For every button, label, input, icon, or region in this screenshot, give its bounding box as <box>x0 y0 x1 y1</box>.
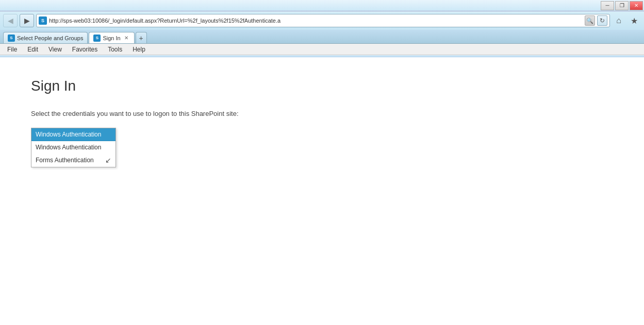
auth-dropdown[interactable]: Windows Authentication Windows Authentic… <box>31 128 116 167</box>
forward-icon: ▶ <box>24 16 30 25</box>
nav-right: ⌂ ★ <box>612 14 641 27</box>
close-button[interactable]: ✕ <box>630 1 643 10</box>
browser-favicon: S <box>39 16 47 25</box>
page-title: Sign In <box>31 78 613 94</box>
back-icon: ◀ <box>8 16 13 25</box>
nav-bar: ◀ ▶ S http://sps-web03:10086/_login/defa… <box>0 11 644 30</box>
tabs-bar: S Select People and Groups S Sign In ✕ + <box>0 30 644 43</box>
address-search-button[interactable]: 🔍 <box>585 15 595 26</box>
refresh-icon: ↻ <box>600 17 605 24</box>
auth-option-windows-label: Windows Authentication <box>36 144 101 151</box>
back-button[interactable]: ◀ <box>3 14 18 27</box>
refresh-button[interactable]: ↻ <box>597 15 607 26</box>
auth-dropdown-container: Windows Authentication Windows Authentic… <box>31 128 116 167</box>
auth-option-forms-label: Forms Authentication <box>36 157 94 164</box>
favorites-icon: ★ <box>631 16 638 26</box>
sign-in-instruction: Select the credentials you want to use t… <box>31 110 613 117</box>
auth-option-forms[interactable]: Forms Authentication ↙ <box>31 153 115 167</box>
tab-favicon-1: S <box>8 35 15 42</box>
forward-button[interactable]: ▶ <box>20 14 34 27</box>
auth-option-windows[interactable]: Windows Authentication <box>31 141 115 153</box>
address-bar[interactable]: S http://sps-web03:10086/_login/default.… <box>36 14 610 27</box>
favorites-button[interactable]: ★ <box>628 14 641 27</box>
menu-help[interactable]: Help <box>128 45 150 54</box>
cursor-indicator: ↙ <box>105 156 111 164</box>
search-icon: 🔍 <box>586 18 593 24</box>
tab-sign-in[interactable]: S Sign In ✕ <box>89 32 134 43</box>
main-content: Sign In Select the credentials you want … <box>0 57 644 315</box>
address-text: http://sps-web03:10086/_login/default.as… <box>49 18 583 24</box>
tab-label-1: Select People and Groups <box>17 35 83 41</box>
home-button[interactable]: ⌂ <box>612 14 625 27</box>
new-tab-button[interactable]: + <box>136 32 147 43</box>
restore-button[interactable]: ❐ <box>615 1 629 10</box>
menu-view[interactable]: View <box>44 45 66 54</box>
title-bar-controls: ─ ❐ ✕ <box>601 1 643 10</box>
home-icon: ⌂ <box>616 16 621 25</box>
tab-favicon-2: S <box>93 35 101 42</box>
menu-edit[interactable]: Edit <box>23 45 42 54</box>
browser-chrome: ◀ ▶ S http://sps-web03:10086/_login/defa… <box>0 11 644 44</box>
tab-close-button[interactable]: ✕ <box>123 35 130 42</box>
menu-favorites[interactable]: Favorites <box>68 45 102 54</box>
auth-dropdown-selected[interactable]: Windows Authentication <box>31 128 115 141</box>
minimize-button[interactable]: ─ <box>601 1 614 10</box>
title-bar: ─ ❐ ✕ <box>0 0 644 11</box>
tab-select-people[interactable]: S Select People and Groups <box>3 32 88 43</box>
menu-file[interactable]: File <box>3 45 21 54</box>
tab-label-2: Sign In <box>103 35 120 41</box>
menu-tools[interactable]: Tools <box>104 45 126 54</box>
menu-bar: File Edit View Favorites Tools Help <box>0 44 644 55</box>
